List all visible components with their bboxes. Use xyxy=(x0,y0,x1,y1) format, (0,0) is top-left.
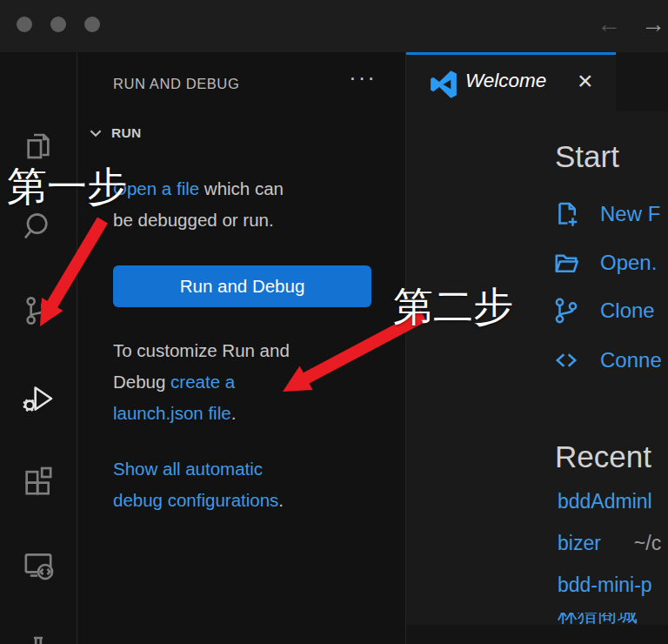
zoom-window-button[interactable] xyxy=(84,17,100,32)
show-all-configs-link[interactable]: Show all automatic xyxy=(113,453,374,485)
run-and-debug-button[interactable]: Run and Debug xyxy=(113,265,371,307)
vscode-logo-icon xyxy=(430,70,458,98)
tab-welcome-label: Welcome xyxy=(465,70,546,92)
start-item-clone[interactable]: Clone xyxy=(551,292,655,329)
start-item-new-file[interactable]: New F xyxy=(551,196,660,232)
customize-line1: To customize Run and xyxy=(113,335,374,366)
customize-line3-text: . xyxy=(231,403,237,423)
more-actions-icon[interactable]: ··· xyxy=(349,64,377,91)
source-control-icon[interactable] xyxy=(20,292,57,329)
chevron-down-icon xyxy=(88,125,104,141)
show-all-configs-hint: Show all automatic debug configurations. xyxy=(113,453,374,516)
explorer-icon[interactable] xyxy=(20,128,57,164)
run-and-debug-icon[interactable] xyxy=(20,380,57,417)
recent-heading: Recent xyxy=(555,439,651,474)
step2-annotation: 第二步 xyxy=(393,280,513,334)
extensions-icon[interactable] xyxy=(20,463,57,500)
git-branch-icon xyxy=(551,295,582,326)
start-item-connect[interactable]: Conne xyxy=(551,342,662,379)
customize-line2-text: Debug xyxy=(113,372,170,392)
recent-item[interactable]: bddAdminl xyxy=(558,490,652,513)
navigate-back-icon[interactable]: ← xyxy=(597,8,621,41)
recent-item-clipped[interactable]: 林猎商城 xyxy=(558,613,668,625)
recent-item[interactable]: bizer~/c xyxy=(558,532,661,555)
create-launch-json-link[interactable]: create a xyxy=(170,372,235,392)
close-window-button[interactable] xyxy=(17,17,32,32)
editor-area: Welcome × Start New F Open. Clone Conne … xyxy=(405,52,668,644)
show-all-configs-link-line2[interactable]: debug configurations xyxy=(113,490,278,510)
create-launch-json-link-line2[interactable]: launch.json file xyxy=(113,403,231,423)
remote-explorer-icon[interactable] xyxy=(20,547,57,583)
minimize-window-button[interactable] xyxy=(50,17,66,32)
open-folder-icon xyxy=(551,247,582,278)
run-section-header[interactable]: RUN xyxy=(88,125,141,141)
close-tab-icon[interactable]: × xyxy=(578,66,593,96)
navigate-forward-icon[interactable]: → xyxy=(641,8,665,41)
activity-bar xyxy=(0,52,77,644)
run-and-debug-sidebar: RUN AND DEBUG ··· RUN Open a file which … xyxy=(77,52,405,644)
recent-item[interactable]: bdd-mini-p xyxy=(558,574,652,597)
start-item-open[interactable]: Open. xyxy=(551,245,657,281)
open-file-hint: Open a file which canbe debugged or run. xyxy=(113,173,374,236)
customize-hint: To customize Run and Debug create a laun… xyxy=(113,335,374,429)
tab-bar: Welcome × xyxy=(406,52,668,111)
recent-item-path: ~/c xyxy=(634,532,661,554)
vscode-window: ← → RUN AND DEBUG ··· RUN xyxy=(0,0,668,644)
run-section-label: RUN xyxy=(111,125,141,141)
start-heading: Start xyxy=(555,139,619,174)
editor-bottom-strip xyxy=(406,625,668,644)
testing-icon[interactable] xyxy=(20,631,57,644)
open-file-hint-line2: be debugged or run. xyxy=(113,205,374,236)
open-file-hint-rest: which can xyxy=(199,178,284,198)
title-bar: ← → xyxy=(0,0,668,52)
tab-welcome[interactable]: Welcome × xyxy=(406,52,616,111)
sidebar-title: RUN AND DEBUG xyxy=(113,76,239,92)
step1-annotation: 第一步 xyxy=(7,160,127,214)
remote-connect-icon xyxy=(551,345,582,376)
new-file-icon xyxy=(551,198,582,230)
show-all-configs-dot: . xyxy=(278,490,284,510)
